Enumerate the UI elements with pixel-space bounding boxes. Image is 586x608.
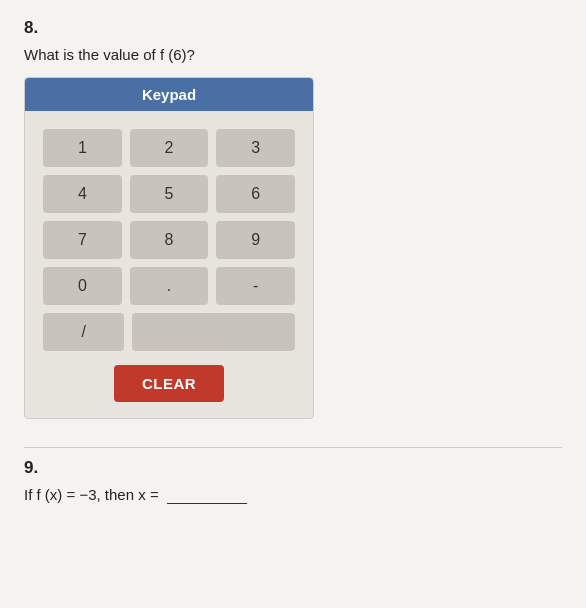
question-9-content: If f (x) = −3, then x = [24, 486, 159, 503]
keypad-header: Keypad [25, 78, 313, 111]
page-wrapper: 8. What is the value of f (6)? Keypad 1 … [0, 0, 586, 608]
key-7[interactable]: 7 [43, 221, 122, 259]
keypad-row-1: 1 2 3 [25, 129, 313, 167]
question-9-text: If f (x) = −3, then x = [24, 486, 562, 504]
key-6[interactable]: 6 [216, 175, 295, 213]
section-divider [24, 447, 562, 448]
key-3[interactable]: 3 [216, 129, 295, 167]
keypad-row-5: / [25, 313, 313, 351]
clear-button[interactable]: CLEAR [114, 365, 224, 402]
answer-blank [167, 486, 247, 504]
key-5[interactable]: 5 [130, 175, 209, 213]
key-0[interactable]: 0 [43, 267, 122, 305]
key-2[interactable]: 2 [130, 129, 209, 167]
question-8-text: What is the value of f (6)? [24, 46, 562, 63]
key-empty [132, 313, 295, 351]
question-8-number: 8. [24, 18, 562, 38]
key-8[interactable]: 8 [130, 221, 209, 259]
key-dot[interactable]: . [130, 267, 209, 305]
key-minus[interactable]: - [216, 267, 295, 305]
key-9[interactable]: 9 [216, 221, 295, 259]
keypad-container: Keypad 1 2 3 4 5 6 7 8 9 0 . - / [24, 77, 314, 419]
key-4[interactable]: 4 [43, 175, 122, 213]
key-1[interactable]: 1 [43, 129, 122, 167]
keypad-row-4: 0 . - [25, 267, 313, 305]
keypad-row-3: 7 8 9 [25, 221, 313, 259]
key-slash[interactable]: / [43, 313, 124, 351]
keypad-row-2: 4 5 6 [25, 175, 313, 213]
question-9-number: 9. [24, 458, 562, 478]
clear-btn-row: CLEAR [25, 365, 313, 402]
